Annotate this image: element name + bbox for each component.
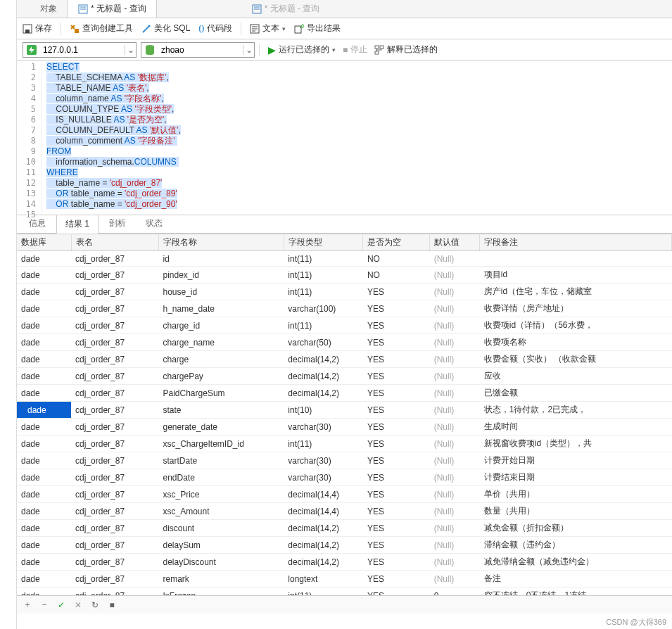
table-row[interactable]: dadecdj_order_87discountdecimal(14,2)YES… [17, 520, 672, 537]
table-row[interactable]: ▶dadecdj_order_87stateint(10)YES(Null)状态… [17, 402, 672, 419]
cell[interactable]: YES [363, 537, 430, 554]
cell[interactable]: discount [159, 520, 284, 537]
cell[interactable]: (Null) [430, 402, 480, 419]
cell[interactable]: 收费项名称 [480, 334, 672, 351]
cell[interactable]: dade [17, 351, 71, 368]
query-builder-button[interactable]: 查询创建工具 [70, 23, 133, 34]
cell[interactable]: cdj_order_87 [71, 251, 158, 267]
cell[interactable] [480, 251, 672, 267]
col-header[interactable]: 字段类型 [284, 234, 363, 251]
cell[interactable]: YES [363, 520, 430, 537]
cell[interactable]: startDate [159, 452, 284, 469]
cell[interactable]: 滞纳金额（违约金） [480, 537, 672, 554]
col-header[interactable]: 是否为空 [363, 234, 430, 251]
cell[interactable]: cdj_order_87 [71, 402, 158, 419]
table-row[interactable]: dadecdj_order_87h_name_datevarchar(100)Y… [17, 300, 672, 317]
cell[interactable]: 备注 [480, 571, 672, 587]
table-row[interactable]: dadecdj_order_87xsc_Amountdecimal(14,4)Y… [17, 503, 672, 520]
table-row[interactable]: dadecdj_order_87xsc_ChargeItemID_idint(1… [17, 436, 672, 452]
cell[interactable]: cdj_order_87 [71, 436, 158, 452]
cell[interactable]: (Null) [430, 284, 480, 300]
result-tab-3[interactable]: 状态 [137, 214, 172, 233]
cell[interactable]: cdj_order_87 [71, 284, 158, 300]
refresh-button[interactable]: ↻ [90, 600, 100, 610]
cell[interactable]: int(11) [284, 284, 363, 300]
cell[interactable]: cdj_order_87 [71, 419, 158, 436]
cell[interactable]: decimal(14,2) [284, 351, 363, 368]
cell[interactable]: 生成时间 [480, 419, 672, 436]
cell[interactable]: decimal(14,2) [284, 368, 363, 385]
cell[interactable]: varchar(30) [284, 469, 363, 486]
save-button[interactable]: 保存 [23, 23, 52, 34]
cell[interactable]: 收费金额（实收） （收款金额 [480, 351, 672, 368]
cell[interactable]: longtext [284, 571, 363, 587]
cell[interactable]: (Null) [430, 554, 480, 571]
cell[interactable]: cdj_order_87 [71, 351, 158, 368]
cell[interactable]: dade [17, 503, 71, 520]
cell[interactable]: cdj_order_87 [71, 520, 158, 537]
cell[interactable]: YES [363, 486, 430, 503]
col-header[interactable]: 字段备注 [480, 234, 672, 251]
cell[interactable]: decimal(14,2) [284, 554, 363, 571]
table-row[interactable]: dadecdj_order_87xsc_Pricedecimal(14,4)YE… [17, 486, 672, 503]
cell[interactable]: int(11) [284, 317, 363, 334]
cell[interactable]: 减免滞纳金额（减免违约金） [480, 554, 672, 571]
table-row[interactable]: dadecdj_order_87idint(11)NO(Null) [17, 251, 672, 267]
cell[interactable]: dade [17, 385, 71, 402]
table-row[interactable]: dadecdj_order_87endDatevarchar(30)YES(Nu… [17, 469, 672, 486]
cell[interactable]: YES [363, 571, 430, 587]
cell[interactable]: dade [17, 554, 71, 571]
cell[interactable]: 单价（共用） [480, 486, 672, 503]
cell[interactable]: NO [363, 251, 430, 267]
cell[interactable]: varchar(30) [284, 419, 363, 436]
cell[interactable]: cdj_order_87 [71, 486, 158, 503]
cell[interactable]: house_id [159, 284, 284, 300]
cell[interactable]: YES [363, 300, 430, 317]
cell[interactable]: PaidChargeSum [159, 385, 284, 402]
table-row[interactable]: dadecdj_order_87charge_idint(11)YES(Null… [17, 317, 672, 334]
cell[interactable]: (Null) [430, 571, 480, 587]
cell[interactable]: dade [17, 300, 71, 317]
cell[interactable]: YES [363, 402, 430, 419]
cell[interactable]: generate_date [159, 419, 284, 436]
cell[interactable]: decimal(14,4) [284, 503, 363, 520]
cell[interactable]: varchar(50) [284, 334, 363, 351]
cell[interactable]: decimal(14,2) [284, 537, 363, 554]
cell[interactable]: cdj_order_87 [71, 503, 158, 520]
chevron-down-icon[interactable]: ⌄ [125, 45, 136, 55]
cell[interactable]: YES [363, 554, 430, 571]
cell[interactable]: (Null) [430, 452, 480, 469]
run-selected-button[interactable]: ▶ 运行已选择的 ▾ [268, 44, 336, 56]
db-combo[interactable]: ⌄ [141, 42, 255, 58]
cell[interactable]: delayDiscount [159, 554, 284, 571]
table-row[interactable]: dadecdj_order_87generate_datevarchar(30)… [17, 419, 672, 436]
cell[interactable]: cdj_order_87 [71, 571, 158, 587]
cell[interactable]: decimal(14,2) [284, 385, 363, 402]
cancel-button[interactable]: ✕ [73, 600, 83, 610]
cell[interactable]: cdj_order_87 [71, 267, 158, 284]
cell[interactable]: 收费项id（详情）（56水费， [480, 317, 672, 334]
cell[interactable]: YES [363, 469, 430, 486]
snippet-button[interactable]: () 代码段 [198, 23, 232, 34]
cell[interactable]: dade [17, 452, 71, 469]
result-tab-1[interactable]: 结果 1 [56, 215, 99, 234]
result-tab-0[interactable]: 信息 [20, 214, 55, 233]
cell[interactable]: (Null) [430, 503, 480, 520]
cell[interactable]: YES [363, 284, 430, 300]
chevron-down-icon[interactable]: ⌄ [243, 45, 254, 55]
cell[interactable]: (Null) [430, 537, 480, 554]
cell[interactable]: xsc_ChargeItemID_id [159, 436, 284, 452]
table-row[interactable]: dadecdj_order_87chargePaydecimal(14,2)YE… [17, 368, 672, 385]
cell[interactable]: cdj_order_87 [71, 317, 158, 334]
cell[interactable]: int(11) [284, 436, 363, 452]
cell[interactable]: dade [17, 334, 71, 351]
sql-editor[interactable]: 123456789101112131415 SELECT TABLE_SCHEM… [17, 61, 672, 215]
cell[interactable]: dade [17, 267, 71, 284]
cell[interactable]: dade [17, 284, 71, 300]
cell[interactable]: (Null) [430, 251, 480, 267]
cell[interactable]: state [159, 402, 284, 419]
cell[interactable]: h_name_date [159, 300, 284, 317]
text-button[interactable]: 文本 ▾ [250, 23, 286, 34]
result-grid[interactable]: 数据库表名字段名称字段类型是否为空默认值字段备注 dadecdj_order_8… [17, 234, 672, 604]
col-header[interactable]: 字段名称 [159, 234, 284, 251]
